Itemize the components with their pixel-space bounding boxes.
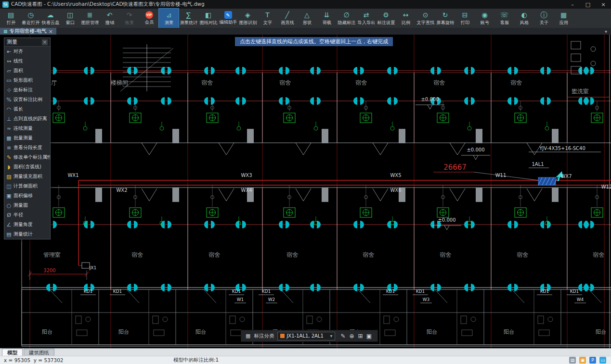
toolbar-label: 比例 [401,19,410,25]
toolbar-undo-button[interactable]: ↶撤销 [100,9,119,28]
toolbar-layer-manager-button[interactable]: ≣图层管理 [80,9,100,28]
sheet-tab-model[interactable]: 模型 [2,349,23,356]
vip-icon: VIP [145,11,153,19]
toolbar-print-button[interactable]: ⊟打印 [455,9,475,28]
category-dropdown[interactable]: JX1-1AL1, 2AL1 ▾ [277,332,335,340]
toolbar-label: 最近打开 [22,19,39,25]
measure-tool-item[interactable]: ○测量圆 [4,201,50,210]
edit-button[interactable]: ✎ [338,333,347,339]
cad-drawing[interactable]: 厅楼梯间宿舍宿舍宿舍宿舍宿舍盥洗室管理室宿舍宿舍宿舍宿舍宿舍宿舍宿舍阳台阳台阳台… [0,35,611,348]
measure-tool-label: 批量测量 [13,135,33,141]
measure-tool-icon: ≈ [6,126,12,132]
panel-close-button[interactable]: × [42,39,48,45]
toolbar-shapes-button[interactable]: △形状 [297,9,317,28]
toolbar-measure-stats-button[interactable]: ∑测量统计 [179,9,198,28]
measure-tool-item[interactable]: ◠弧长 [4,104,50,114]
move-button[interactable]: ⊕ [347,333,356,339]
measure-tool-item[interactable]: ↔线性 [4,56,50,66]
toolbar-label: 窗口 [65,19,74,25]
measure-tool-label: 连续测量 [13,125,33,132]
measure-tool-item[interactable]: ✎修改单个标注属性 [4,152,50,162]
measure-tool-item[interactable]: %设置标注比例 [4,95,50,104]
sheet-tab-architecture[interactable]: 建筑图纸 [24,349,54,356]
toolbar-label: 关于 [539,19,548,25]
toolbar-drawing-compare-button[interactable]: ◧图纸对比 [198,9,218,28]
copy-button[interactable]: ⊞ [356,333,364,339]
measure-tool-label: 点到直线的距离 [13,115,47,122]
measure-tool-icon: ◗ [6,164,12,170]
toolbar-annotation-settings-button[interactable]: ⚙标注设置 [376,9,396,28]
toolbar-style-button[interactable]: ◐风格 [514,9,534,28]
toolbar-import-export-button[interactable]: ⇄导入导出 [356,9,376,28]
import-export-icon: ⇄ [364,11,369,19]
folder-icon[interactable]: ▣ [579,357,586,364]
toolbar-edit-assistant-button[interactable]: ✎编辑助手 [218,9,238,28]
minimize-button[interactable]: – [565,0,580,9]
cad-text-label: 盥洗室 [572,88,589,95]
measure-tool-item[interactable]: ⊹坐标标注 [4,85,50,95]
toolbar-apps-button[interactable]: ▦应用 [554,9,573,28]
measure-icon: ⊿ [166,11,172,19]
cad-text-label: WX5 [390,173,401,178]
measure-tool-item[interactable]: ⇤对齐 [4,47,50,56]
toolbar-vip-button[interactable]: VIP会员 [139,9,159,28]
maximize-button[interactable]: □ [580,0,596,9]
measure-tool-label: 计算侧面积 [13,183,38,189]
measure-tool-item[interactable]: ▱面积 [4,66,50,75]
measure-tool-label: 坐标标注 [13,87,33,93]
pdf-icon[interactable]: P [589,357,596,364]
measure-tool-item[interactable]: ≡查看分段长度 [4,143,50,152]
monitor-icon[interactable]: ▭ [599,357,606,364]
toolbar-redo-button[interactable]: ↷恢复 [119,9,139,28]
paste-button[interactable]: ▣ [364,333,373,339]
toolbar-hide-annotation-button[interactable]: ∅隐藏标注 [337,9,356,28]
close-button[interactable]: × [596,0,611,9]
measure-tool-item[interactable]: ∠测量角度 [4,220,50,229]
measure-tool-item[interactable]: ▨测量填充面积 [4,172,50,181]
toolbar-shape-recognition-button[interactable]: ◈图形识别 [238,9,258,28]
tab-menu-button[interactable]: ▾ [601,28,611,35]
toolbar-load-button[interactable]: ⇊荷载 [317,9,337,28]
measure-tool-item[interactable]: Ø半径 [4,210,50,220]
toolbar-text-search-button[interactable]: ⊙文字查找 [416,9,435,28]
measure-tool-icon: ⇤ [6,49,12,55]
toolbar-open-button[interactable]: ▤打开 [1,9,21,28]
cad-text-label: 阳台 [195,329,206,335]
toolbar-label: 打开 [6,19,15,25]
cad-text-label: WX7 [560,174,572,179]
toolbar-recent-open-button[interactable]: ◷最近打开 [21,9,40,28]
toolbar-account-button[interactable]: ◉账号 [475,9,494,28]
layer-manager-icon: ≣ [87,11,93,19]
cad-text-label: WX2 [116,188,127,193]
toolbar-label: 打印 [460,19,469,25]
measure-tool-item[interactable]: ▣面积偏移 [4,191,50,201]
measure-tool-item[interactable]: ≈连续测量 [4,124,50,133]
cad-text-label: KD1 [386,289,395,294]
measure-panel: 测量 × ⇤对齐↔线性▱面积▭矩形面积⊹坐标标注%设置标注比例◠弧长⊥点到直线的… [4,38,51,239]
annotation-category-label: 标注分类 [254,333,274,339]
drawing-canvas[interactable]: 厅楼梯间宿舍宿舍宿舍宿舍宿舍盥洗室管理室宿舍宿舍宿舍宿舍宿舍宿舍宿舍阳台阳台阳台… [0,35,611,348]
toolbar-text-button[interactable]: T文字 [258,9,277,28]
tab-close-icon[interactable]: × [49,28,53,35]
toolbar-label: 应用 [559,19,568,25]
toolbar-draw-line-button[interactable]: ╱画直线 [277,9,297,28]
document-tab[interactable]: ▦ 专用宿舍楼-电气 × [0,28,56,35]
toolbar-about-button[interactable]: ⓘ关于 [534,9,554,28]
measure-tool-item[interactable]: ⊥点到直线的距离 [4,114,50,124]
measure-tool-item[interactable]: ▦批量测量 [4,133,50,143]
toolbar-screen-rotate-button[interactable]: ↻屏幕旋转 [435,9,455,28]
toolbar-support-button[interactable]: ☏客服 [494,9,514,28]
toolbar-measure-button[interactable]: ⊿测量 [159,9,179,28]
measure-tool-item[interactable]: ▭矩形面积 [4,75,50,85]
pages-icon[interactable]: ▤ [569,357,576,364]
cad-text-label: 宿舍 [517,251,528,258]
measure-tool-item[interactable]: ◗面积(含弧线) [4,162,50,172]
toolbar-scale-button[interactable]: ↔比例 [396,9,416,28]
cad-text-label: 阳台 [504,329,514,335]
toolbar-window-button[interactable]: ◫窗口 [60,9,80,28]
category-selected-value: JX1-1AL1, 2AL1 [286,333,328,339]
measure-tool-item[interactable]: ◫计算侧面积 [4,181,50,191]
annotation-settings-icon: ⚙ [383,11,389,19]
toolbar-cloud-drive-button[interactable]: ☁快看云盘 [40,9,60,28]
measure-tool-item[interactable]: ▤测量统计 [4,229,50,239]
